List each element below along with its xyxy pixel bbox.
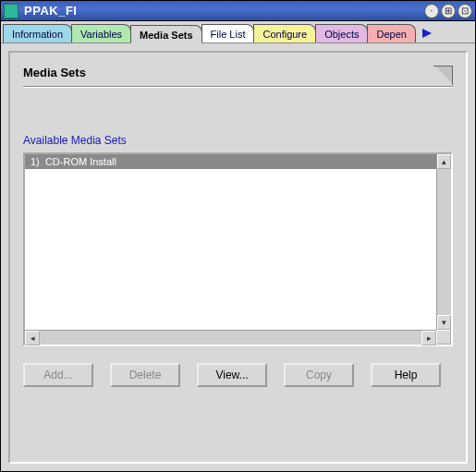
- page-dogear-icon[interactable]: [433, 66, 453, 86]
- tab-information[interactable]: Information: [3, 24, 72, 42]
- content-area: Media Sets Available Media Sets 1) CD-RO…: [1, 43, 475, 471]
- titlebar: PPAK_FI · ⊞ ⊡: [1, 1, 475, 21]
- list-item-index: 1): [31, 156, 40, 167]
- app-icon: [4, 4, 18, 18]
- tab-objects[interactable]: Objects: [315, 24, 368, 42]
- panel-title: Media Sets: [23, 66, 86, 79]
- window-buttons: · ⊞ ⊡: [424, 4, 472, 18]
- help-button[interactable]: Help: [371, 363, 441, 387]
- vertical-scrollbar[interactable]: ▴ ▾: [436, 154, 451, 330]
- maximize-button[interactable]: ⊞: [441, 4, 456, 18]
- button-row: Add... Delete View... Copy Help: [23, 363, 453, 387]
- view-button[interactable]: View...: [197, 363, 267, 387]
- scroll-right-button[interactable]: ▸: [421, 331, 436, 345]
- tab-dependencies[interactable]: Depen: [367, 24, 415, 42]
- media-sets-list: 1) CD-ROM Install ▴ ▾ ◂ ▸: [23, 152, 453, 346]
- tab-scroll-right[interactable]: [419, 25, 435, 42]
- list-item[interactable]: 1) CD-ROM Install: [25, 154, 436, 169]
- scroll-left-button[interactable]: ◂: [25, 331, 40, 345]
- close-button[interactable]: ⊡: [458, 4, 472, 18]
- window: PPAK_FI · ⊞ ⊡ Information Variables Medi…: [0, 0, 476, 472]
- tab-variables[interactable]: Variables: [71, 24, 131, 42]
- scroll-up-button[interactable]: ▴: [437, 154, 451, 169]
- window-title: PPAK_FI: [24, 4, 424, 18]
- tab-media-sets[interactable]: Media Sets: [130, 25, 201, 43]
- add-button[interactable]: Add...: [23, 363, 93, 387]
- delete-button[interactable]: Delete: [110, 363, 180, 387]
- horizontal-scrollbar[interactable]: ◂ ▸: [25, 330, 436, 345]
- scroll-corner: [436, 330, 451, 345]
- arrow-right-icon: [421, 27, 433, 40]
- list-item-label: CD-ROM Install: [45, 156, 116, 167]
- svg-marker-0: [422, 29, 432, 38]
- hscroll-track[interactable]: [40, 331, 421, 345]
- scroll-down-button[interactable]: ▾: [437, 315, 451, 330]
- vscroll-track[interactable]: [437, 169, 451, 315]
- list-content[interactable]: 1) CD-ROM Install: [25, 154, 436, 330]
- media-sets-panel: Media Sets Available Media Sets 1) CD-RO…: [8, 51, 468, 464]
- panel-divider: [23, 86, 453, 88]
- available-media-sets-label: Available Media Sets: [23, 134, 453, 147]
- tab-bar: Information Variables Media Sets File Li…: [1, 21, 475, 43]
- minimize-button[interactable]: ·: [424, 4, 439, 18]
- tab-configure[interactable]: Configure: [253, 24, 316, 42]
- tab-file-list[interactable]: File List: [201, 24, 255, 42]
- copy-button[interactable]: Copy: [284, 363, 354, 387]
